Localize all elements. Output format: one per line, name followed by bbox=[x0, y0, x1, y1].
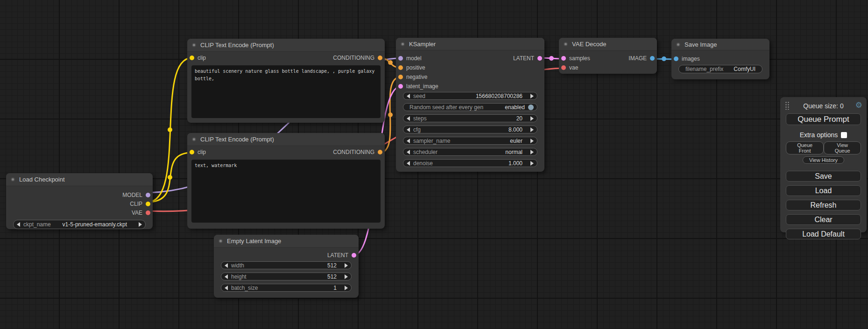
slot-label: latent_image bbox=[406, 83, 438, 90]
drag-handle-icon[interactable] bbox=[785, 101, 790, 110]
prompt-textarea[interactable]: text, watermark bbox=[191, 160, 381, 223]
widget-label: width bbox=[231, 262, 244, 269]
widget-cfg[interactable]: cfg 8.000 bbox=[403, 126, 537, 133]
slot-label: LATENT bbox=[513, 55, 534, 62]
model-output-slot-icon[interactable] bbox=[146, 193, 150, 197]
decrement-arrow-icon[interactable] bbox=[225, 286, 228, 290]
toggle-dot-icon[interactable] bbox=[528, 105, 534, 110]
node-header[interactable]: CLIP Text Encode (Prompt) bbox=[187, 39, 385, 52]
extra-options-checkbox[interactable] bbox=[841, 132, 847, 138]
decrement-arrow-icon[interactable] bbox=[225, 263, 228, 268]
conditioning-output-slot-icon[interactable] bbox=[378, 150, 382, 154]
node-ksampler[interactable]: KSampler model LATENT positive negative … bbox=[396, 38, 544, 172]
increment-arrow-icon[interactable] bbox=[530, 150, 534, 154]
extra-options-label: Extra options bbox=[800, 131, 838, 139]
widget-height[interactable]: height 512 bbox=[221, 273, 352, 280]
decrement-arrow-icon[interactable] bbox=[407, 161, 410, 166]
latent-image-input-slot-icon[interactable] bbox=[398, 84, 403, 89]
decrement-arrow-icon[interactable] bbox=[407, 116, 410, 121]
decrement-arrow-icon[interactable] bbox=[225, 274, 228, 279]
widget-label: filename_prefix bbox=[685, 66, 723, 72]
node-header[interactable]: VAE Decode bbox=[559, 38, 657, 51]
slot-label: vae bbox=[569, 64, 578, 71]
save-button[interactable]: Save bbox=[786, 171, 861, 182]
node-header[interactable]: Empty Latent Image bbox=[214, 235, 359, 248]
widget-steps[interactable]: steps 20 bbox=[403, 114, 537, 122]
widget-width[interactable]: width 512 bbox=[221, 261, 352, 269]
widget-filename-prefix[interactable]: filename_prefix ComfyUI bbox=[678, 65, 762, 73]
node-load-checkpoint[interactable]: Load Checkpoint MODEL CLIP VAE ckpt_name… bbox=[6, 173, 153, 229]
node-empty-latent-image[interactable]: Empty Latent Image LATENT width 512 heig… bbox=[214, 235, 359, 298]
collapse-dot-icon[interactable] bbox=[219, 239, 223, 243]
increment-arrow-icon[interactable] bbox=[530, 94, 534, 98]
clear-button[interactable]: Clear bbox=[786, 214, 861, 225]
view-queue-button[interactable]: View Queue bbox=[824, 141, 861, 154]
positive-input-slot-icon[interactable] bbox=[398, 65, 403, 70]
decrement-arrow-icon[interactable] bbox=[407, 127, 410, 132]
widget-label: batch_size bbox=[231, 285, 258, 291]
slot-label: model bbox=[406, 55, 422, 62]
collapse-dot-icon[interactable] bbox=[192, 43, 196, 47]
latent-output-slot-icon[interactable] bbox=[537, 56, 542, 61]
clip-input-slot-icon[interactable] bbox=[190, 150, 194, 154]
slot-label: negative bbox=[406, 74, 427, 80]
queue-size-label: Queue size: 0 bbox=[803, 102, 843, 110]
increment-arrow-icon[interactable] bbox=[530, 127, 534, 132]
node-clip-text-encode-positive[interactable]: CLIP Text Encode (Prompt) clip CONDITION… bbox=[187, 39, 385, 123]
node-title: KSampler bbox=[409, 41, 436, 48]
conditioning-output-slot-icon[interactable] bbox=[378, 56, 382, 60]
increment-arrow-icon[interactable] bbox=[530, 161, 534, 166]
increment-arrow-icon[interactable] bbox=[345, 274, 348, 279]
queue-front-button[interactable]: Queue Front bbox=[786, 141, 824, 154]
increment-arrow-icon[interactable] bbox=[530, 116, 534, 121]
collapse-dot-icon[interactable] bbox=[401, 42, 405, 46]
images-input-slot-icon[interactable] bbox=[674, 56, 678, 61]
samples-input-slot-icon[interactable] bbox=[561, 56, 566, 61]
model-input-slot-icon[interactable] bbox=[398, 56, 403, 61]
increment-arrow-icon[interactable] bbox=[530, 139, 534, 143]
decrement-arrow-icon[interactable] bbox=[407, 150, 410, 154]
node-header[interactable]: Save Image bbox=[671, 39, 769, 50]
negative-input-slot-icon[interactable] bbox=[398, 75, 403, 79]
vae-input-slot-icon[interactable] bbox=[561, 65, 566, 70]
widget-denoise[interactable]: denoise 1.000 bbox=[403, 159, 537, 167]
widget-batch-size[interactable]: batch_size 1 bbox=[221, 284, 352, 292]
link-midpoint-dot bbox=[168, 127, 172, 132]
node-vae-decode[interactable]: VAE Decode samples IMAGE vae bbox=[559, 38, 657, 74]
load-default-button[interactable]: Load Default bbox=[786, 229, 861, 239]
latent-output-slot-icon[interactable] bbox=[352, 253, 356, 258]
collapse-dot-icon[interactable] bbox=[11, 177, 15, 182]
node-clip-text-encode-negative[interactable]: CLIP Text Encode (Prompt) clip CONDITION… bbox=[187, 133, 385, 229]
node-save-image[interactable]: Save Image images filename_prefix ComfyU… bbox=[671, 39, 769, 79]
node-header[interactable]: CLIP Text Encode (Prompt) bbox=[187, 133, 385, 146]
widget-label: Random seed after every gen bbox=[407, 104, 483, 111]
widget-scheduler[interactable]: scheduler normal bbox=[403, 148, 537, 156]
clip-output-slot-icon[interactable] bbox=[146, 202, 150, 206]
collapse-dot-icon[interactable] bbox=[564, 42, 568, 46]
widget-value: 156680208700286 bbox=[476, 93, 527, 99]
decrement-arrow-icon[interactable] bbox=[17, 222, 20, 227]
node-header[interactable]: Load Checkpoint bbox=[6, 173, 153, 186]
increment-arrow-icon[interactable] bbox=[345, 263, 348, 268]
decrement-arrow-icon[interactable] bbox=[407, 139, 410, 143]
view-history-button[interactable]: View History bbox=[803, 156, 844, 164]
collapse-dot-icon[interactable] bbox=[192, 137, 196, 141]
widget-label: scheduler bbox=[413, 149, 438, 155]
decrement-arrow-icon[interactable] bbox=[407, 94, 410, 98]
collapse-dot-icon[interactable] bbox=[676, 42, 680, 47]
gear-icon[interactable]: ⚙ bbox=[855, 100, 862, 110]
widget-sampler-name[interactable]: sampler_name euler bbox=[403, 137, 537, 145]
refresh-button[interactable]: Refresh bbox=[786, 200, 861, 210]
queue-prompt-button[interactable]: Queue Prompt bbox=[786, 113, 861, 125]
clip-input-slot-icon[interactable] bbox=[190, 56, 194, 60]
prompt-textarea[interactable]: beautiful scenery nature glass bottle la… bbox=[191, 65, 381, 118]
node-header[interactable]: KSampler bbox=[396, 38, 544, 50]
increment-arrow-icon[interactable] bbox=[139, 222, 142, 227]
vae-output-slot-icon[interactable] bbox=[146, 210, 150, 215]
increment-arrow-icon[interactable] bbox=[345, 286, 348, 290]
load-button[interactable]: Load bbox=[786, 185, 861, 196]
widget-ckpt-name[interactable]: ckpt_name v1-5-pruned-emaonly.ckpt bbox=[13, 220, 146, 229]
widget-seed[interactable]: seed 156680208700286 bbox=[403, 92, 537, 100]
widget-random-seed-toggle[interactable]: Random seed after every gen enabled bbox=[403, 103, 537, 111]
image-output-slot-icon[interactable] bbox=[650, 56, 655, 61]
